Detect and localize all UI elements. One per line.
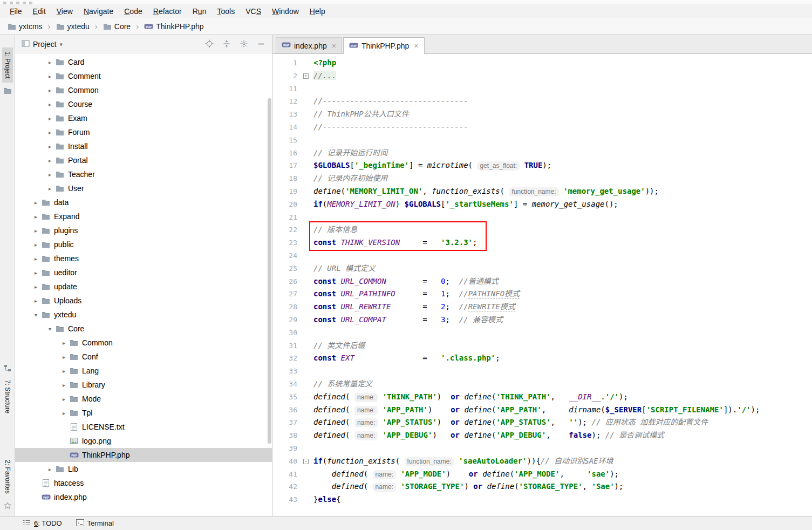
line-number[interactable]: 25 xyxy=(272,262,297,275)
menu-vcs[interactable]: VCS xyxy=(240,5,267,17)
menu-code[interactable]: Code xyxy=(119,5,148,17)
chevron-collapsed-icon[interactable]: ▸ xyxy=(31,284,40,290)
line-number[interactable]: 28 xyxy=(272,301,297,314)
tree-item-card[interactable]: ▸Card xyxy=(15,55,272,69)
tree-item-portal[interactable]: ▸Portal xyxy=(15,153,272,167)
tree-item-htaccess[interactable]: htaccess xyxy=(15,476,272,490)
chevron-collapsed-icon[interactable]: ▸ xyxy=(45,115,54,121)
tool-button-project[interactable]: 1: Project xyxy=(2,47,13,83)
tree-item-core[interactable]: ▾Core xyxy=(15,322,272,336)
hide-button[interactable] xyxy=(256,39,267,50)
chevron-collapsed-icon[interactable]: ▸ xyxy=(59,340,69,346)
tree-item-yxtedu[interactable]: ▾yxtedu xyxy=(15,308,272,322)
line-number[interactable]: 19 xyxy=(272,185,297,198)
code-editor[interactable]: 1<?php2+//...1112//---------------------… xyxy=(272,54,812,516)
tree-item-data[interactable]: ▸data xyxy=(15,195,272,209)
chevron-collapsed-icon[interactable]: ▸ xyxy=(59,382,69,388)
close-icon[interactable]: × xyxy=(332,42,336,50)
tree-item-expand[interactable]: ▸Expand xyxy=(15,209,272,223)
line-number[interactable]: 37 xyxy=(272,416,297,429)
menu-navigate[interactable]: Navigate xyxy=(78,5,119,17)
tree-item-teacher[interactable]: ▸Teacher xyxy=(15,167,272,181)
chevron-collapsed-icon[interactable]: ▸ xyxy=(45,144,54,150)
tree-item-forum[interactable]: ▸Forum xyxy=(15,125,272,139)
line-number[interactable]: 41 xyxy=(272,468,297,481)
chevron-collapsed-icon[interactable]: ▸ xyxy=(59,368,69,374)
line-number[interactable]: 21 xyxy=(272,211,297,224)
tree-item-common[interactable]: ▸Common xyxy=(15,83,272,97)
tree-item-uploads[interactable]: ▸Uploads xyxy=(15,294,272,308)
tree-item-mode[interactable]: ▸Mode xyxy=(15,392,272,406)
line-number[interactable]: 17 xyxy=(272,159,297,172)
line-number[interactable]: 2 xyxy=(272,70,297,83)
line-number[interactable]: 42 xyxy=(272,480,297,493)
chevron-collapsed-icon[interactable]: ▸ xyxy=(31,298,40,304)
line-number[interactable]: 24 xyxy=(272,249,297,262)
tree-item-tpl[interactable]: ▸Tpl xyxy=(15,406,272,420)
settings-button[interactable] xyxy=(238,39,249,50)
tree-item-course[interactable]: ▸Course xyxy=(15,97,272,111)
chevron-collapsed-icon[interactable]: ▸ xyxy=(45,172,54,178)
tree-item-license-txt[interactable]: LICENSE.txt xyxy=(15,420,272,434)
tab-index-php[interactable]: PHPindex.php× xyxy=(276,37,342,53)
chevron-collapsed-icon[interactable]: ▸ xyxy=(31,256,40,262)
chevron-collapsed-icon[interactable]: ▸ xyxy=(31,242,40,248)
chevron-collapsed-icon[interactable]: ▸ xyxy=(31,214,40,220)
chevron-collapsed-icon[interactable]: ▸ xyxy=(31,228,40,234)
line-number[interactable]: 38 xyxy=(272,429,297,442)
chevron-collapsed-icon[interactable]: ▸ xyxy=(31,200,40,206)
tree-item-public[interactable]: ▸public xyxy=(15,237,272,252)
breadcrumb-item-thinkphp-php[interactable]: PHPThinkPHP.php xyxy=(142,21,206,32)
line-number[interactable]: 39 xyxy=(272,442,297,455)
line-number[interactable]: 31 xyxy=(272,339,297,352)
menu-run[interactable]: Run xyxy=(187,5,212,17)
line-number[interactable]: 29 xyxy=(272,314,297,327)
chevron-collapsed-icon[interactable]: ▸ xyxy=(45,59,54,65)
line-number[interactable]: 14 xyxy=(272,121,297,134)
line-number[interactable]: 30 xyxy=(272,327,297,339)
line-number[interactable]: 12 xyxy=(272,95,297,108)
tree-item-logo-png[interactable]: logo.png xyxy=(15,434,272,448)
menu-file[interactable]: File xyxy=(4,5,28,17)
tool-button-favorites[interactable]: 2: Favorites xyxy=(2,456,13,498)
chevron-collapsed-icon[interactable]: ▸ xyxy=(31,270,40,276)
line-number[interactable]: 23 xyxy=(272,236,297,249)
line-number[interactable]: 16 xyxy=(272,147,297,160)
line-number[interactable]: 34 xyxy=(272,378,297,391)
line-number[interactable]: 26 xyxy=(272,275,297,288)
menu-window[interactable]: Window xyxy=(267,5,304,17)
chevron-expanded-icon[interactable]: ▾ xyxy=(31,312,40,318)
tree-item-common[interactable]: ▸Common xyxy=(15,336,272,350)
locate-button[interactable] xyxy=(204,39,215,50)
tool-button-structure[interactable]: 7: Structure xyxy=(2,376,13,417)
project-panel-title[interactable]: Project xyxy=(33,40,57,49)
tree-item-themes[interactable]: ▸themes xyxy=(15,252,272,266)
chevron-collapsed-icon[interactable]: ▸ xyxy=(59,396,69,402)
tree-item-plugins[interactable]: ▸plugins xyxy=(15,223,272,237)
chevron-collapsed-icon[interactable]: ▸ xyxy=(45,130,54,135)
chevron-collapsed-icon[interactable]: ▸ xyxy=(59,410,69,416)
line-number[interactable]: 15 xyxy=(272,134,297,147)
breadcrumb-item-yxtcms[interactable]: yxtcms xyxy=(5,21,45,32)
tree-item-user[interactable]: ▸User xyxy=(15,181,272,195)
status-6-todo[interactable]: 6: TODO xyxy=(23,519,62,528)
tree-item-library[interactable]: ▸Library xyxy=(15,378,272,392)
collapse-all-button[interactable] xyxy=(221,39,232,50)
chevron-down-icon[interactable]: ▾ xyxy=(60,41,63,48)
tree-item-comment[interactable]: ▸Comment xyxy=(15,69,272,83)
chevron-collapsed-icon[interactable]: ▸ xyxy=(45,101,54,107)
breadcrumb-item-core[interactable]: Core xyxy=(101,21,133,32)
line-number[interactable]: 18 xyxy=(272,172,297,185)
line-number[interactable]: 40 xyxy=(272,455,297,468)
menu-edit[interactable]: Edit xyxy=(28,5,51,17)
fold-marker-icon[interactable]: + xyxy=(303,73,309,79)
tree-item-index-php[interactable]: PHPindex.php xyxy=(15,490,272,504)
line-number[interactable]: 13 xyxy=(272,108,297,121)
line-number[interactable]: 22 xyxy=(272,223,297,236)
tree-item-lib[interactable]: ▸Lib xyxy=(15,462,272,476)
tree-item-exam[interactable]: ▸Exam xyxy=(15,111,272,125)
tree-item-thinkphp-php[interactable]: PHPThinkPHP.php xyxy=(15,448,272,462)
chevron-collapsed-icon[interactable]: ▸ xyxy=(45,158,54,164)
line-number[interactable]: 20 xyxy=(272,198,297,211)
project-scrollbar-thumb[interactable] xyxy=(268,98,271,444)
